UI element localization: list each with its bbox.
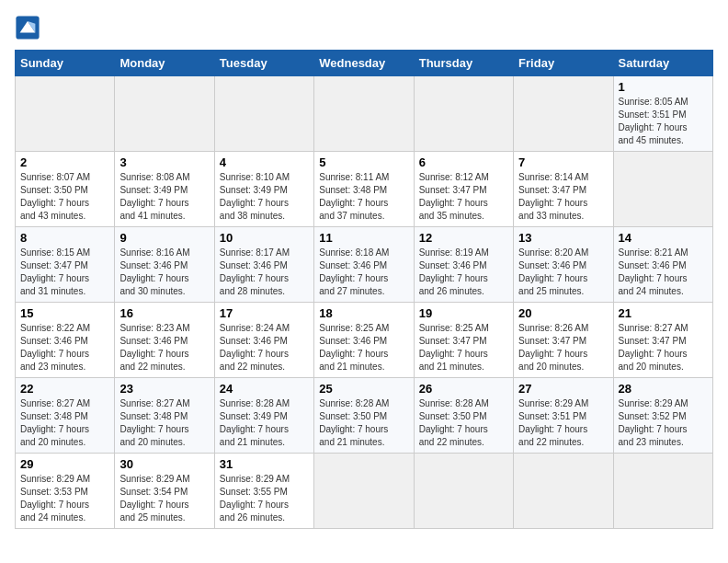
calendar-cell: 28Sunrise: 8:29 AM Sunset: 3:52 PM Dayli… (613, 378, 712, 454)
day-info: Sunrise: 8:22 AM Sunset: 3:46 PM Dayligh… (20, 322, 109, 373)
calendar-cell (314, 454, 414, 529)
calendar-cell: 15Sunrise: 8:22 AM Sunset: 3:46 PM Dayli… (16, 303, 115, 378)
calendar-cell: 25Sunrise: 8:28 AM Sunset: 3:50 PM Dayli… (314, 378, 414, 454)
day-number: 4 (220, 155, 309, 169)
col-header-thursday: Thursday (414, 51, 513, 76)
day-info: Sunrise: 8:27 AM Sunset: 3:47 PM Dayligh… (619, 322, 708, 373)
day-number: 2 (20, 155, 109, 169)
calendar-cell: 2Sunrise: 8:07 AM Sunset: 3:50 PM Daylig… (16, 152, 115, 227)
day-info: Sunrise: 8:15 AM Sunset: 3:47 PM Dayligh… (20, 247, 109, 298)
calendar-cell (115, 76, 214, 152)
day-info: Sunrise: 8:08 AM Sunset: 3:49 PM Dayligh… (119, 171, 209, 223)
day-number: 27 (518, 382, 608, 396)
day-info: Sunrise: 8:07 AM Sunset: 3:50 PM Dayligh… (20, 171, 109, 223)
day-number: 16 (119, 306, 209, 320)
day-number: 30 (119, 457, 209, 471)
day-info: Sunrise: 8:16 AM Sunset: 3:46 PM Dayligh… (119, 247, 209, 298)
col-header-wednesday: Wednesday (314, 51, 414, 76)
calendar-cell: 18Sunrise: 8:25 AM Sunset: 3:46 PM Dayli… (314, 303, 414, 378)
calendar-cell: 21Sunrise: 8:27 AM Sunset: 3:47 PM Dayli… (613, 303, 712, 378)
day-info: Sunrise: 8:29 AM Sunset: 3:53 PM Dayligh… (20, 473, 109, 524)
day-info: Sunrise: 8:11 AM Sunset: 3:48 PM Dayligh… (319, 171, 408, 223)
day-info: Sunrise: 8:28 AM Sunset: 3:50 PM Dayligh… (319, 397, 408, 449)
calendar-cell: 29Sunrise: 8:29 AM Sunset: 3:53 PM Dayli… (16, 454, 115, 529)
day-number: 6 (419, 155, 508, 169)
day-info: Sunrise: 8:19 AM Sunset: 3:46 PM Dayligh… (419, 247, 508, 298)
page-header (15, 15, 713, 40)
day-number: 21 (619, 306, 708, 320)
day-number: 14 (619, 231, 708, 245)
calendar-cell: 22Sunrise: 8:27 AM Sunset: 3:48 PM Dayli… (16, 378, 115, 454)
day-info: Sunrise: 8:18 AM Sunset: 3:46 PM Dayligh… (319, 247, 408, 298)
day-number: 26 (419, 382, 508, 396)
calendar-cell: 30Sunrise: 8:29 AM Sunset: 3:54 PM Dayli… (115, 454, 214, 529)
day-number: 15 (20, 306, 109, 320)
calendar-cell: 23Sunrise: 8:27 AM Sunset: 3:48 PM Dayli… (115, 378, 214, 454)
day-number: 11 (319, 231, 408, 245)
calendar-cell (414, 454, 513, 529)
day-number: 24 (220, 382, 309, 396)
day-number: 8 (20, 231, 109, 245)
day-info: Sunrise: 8:23 AM Sunset: 3:46 PM Dayligh… (119, 322, 209, 373)
day-number: 5 (319, 155, 408, 169)
logo (15, 15, 44, 40)
calendar-cell: 1Sunrise: 8:05 AM Sunset: 3:51 PM Daylig… (613, 76, 712, 152)
day-info: Sunrise: 8:24 AM Sunset: 3:46 PM Dayligh… (220, 322, 309, 373)
calendar-cell: 17Sunrise: 8:24 AM Sunset: 3:46 PM Dayli… (214, 303, 313, 378)
calendar-cell (16, 76, 115, 152)
calendar-cell: 24Sunrise: 8:28 AM Sunset: 3:49 PM Dayli… (214, 378, 313, 454)
calendar-cell: 7Sunrise: 8:14 AM Sunset: 3:47 PM Daylig… (514, 152, 613, 227)
calendar-cell: 31Sunrise: 8:29 AM Sunset: 3:55 PM Dayli… (214, 454, 313, 529)
calendar-cell: 16Sunrise: 8:23 AM Sunset: 3:46 PM Dayli… (115, 303, 214, 378)
day-number: 25 (319, 382, 408, 396)
day-info: Sunrise: 8:12 AM Sunset: 3:47 PM Dayligh… (419, 171, 508, 223)
calendar-cell (613, 454, 712, 529)
day-info: Sunrise: 8:28 AM Sunset: 3:50 PM Dayligh… (419, 397, 508, 449)
calendar-cell: 12Sunrise: 8:19 AM Sunset: 3:46 PM Dayli… (414, 227, 513, 303)
day-info: Sunrise: 8:20 AM Sunset: 3:46 PM Dayligh… (518, 247, 608, 298)
day-number: 18 (319, 306, 408, 320)
calendar-cell (514, 454, 613, 529)
calendar-cell: 19Sunrise: 8:25 AM Sunset: 3:47 PM Dayli… (414, 303, 513, 378)
col-header-monday: Monday (115, 51, 214, 76)
day-number: 9 (119, 231, 209, 245)
calendar-cell: 11Sunrise: 8:18 AM Sunset: 3:46 PM Dayli… (314, 227, 414, 303)
logo-icon (15, 15, 40, 40)
day-info: Sunrise: 8:27 AM Sunset: 3:48 PM Dayligh… (20, 397, 109, 449)
day-info: Sunrise: 8:17 AM Sunset: 3:46 PM Dayligh… (220, 247, 309, 298)
calendar-cell (414, 76, 513, 152)
day-number: 29 (20, 457, 109, 471)
day-number: 13 (518, 231, 608, 245)
day-info: Sunrise: 8:25 AM Sunset: 3:46 PM Dayligh… (319, 322, 408, 373)
calendar-cell: 20Sunrise: 8:26 AM Sunset: 3:47 PM Dayli… (514, 303, 613, 378)
col-header-saturday: Saturday (613, 51, 712, 76)
day-info: Sunrise: 8:29 AM Sunset: 3:51 PM Dayligh… (518, 397, 608, 449)
day-info: Sunrise: 8:29 AM Sunset: 3:52 PM Dayligh… (619, 397, 708, 449)
day-number: 23 (119, 382, 209, 396)
calendar-cell: 6Sunrise: 8:12 AM Sunset: 3:47 PM Daylig… (414, 152, 513, 227)
day-number: 20 (518, 306, 608, 320)
calendar-cell: 3Sunrise: 8:08 AM Sunset: 3:49 PM Daylig… (115, 152, 214, 227)
day-number: 31 (220, 457, 309, 471)
calendar-cell: 26Sunrise: 8:28 AM Sunset: 3:50 PM Dayli… (414, 378, 513, 454)
day-number: 19 (419, 306, 508, 320)
calendar-cell: 13Sunrise: 8:20 AM Sunset: 3:46 PM Dayli… (514, 227, 613, 303)
day-number: 12 (419, 231, 508, 245)
calendar-cell (613, 152, 712, 227)
day-info: Sunrise: 8:25 AM Sunset: 3:47 PM Dayligh… (419, 322, 508, 373)
day-info: Sunrise: 8:05 AM Sunset: 3:51 PM Dayligh… (619, 96, 708, 147)
day-info: Sunrise: 8:28 AM Sunset: 3:49 PM Dayligh… (220, 397, 309, 449)
calendar-table: SundayMondayTuesdayWednesdayThursdayFrid… (15, 50, 713, 529)
day-info: Sunrise: 8:26 AM Sunset: 3:47 PM Dayligh… (518, 322, 608, 373)
calendar-cell: 4Sunrise: 8:10 AM Sunset: 3:49 PM Daylig… (214, 152, 313, 227)
calendar-cell: 9Sunrise: 8:16 AM Sunset: 3:46 PM Daylig… (115, 227, 214, 303)
calendar-cell: 5Sunrise: 8:11 AM Sunset: 3:48 PM Daylig… (314, 152, 414, 227)
day-number: 10 (220, 231, 309, 245)
calendar-cell: 27Sunrise: 8:29 AM Sunset: 3:51 PM Dayli… (514, 378, 613, 454)
col-header-tuesday: Tuesday (214, 51, 313, 76)
col-header-sunday: Sunday (16, 51, 115, 76)
day-number: 22 (20, 382, 109, 396)
calendar-cell (514, 76, 613, 152)
calendar-cell (314, 76, 414, 152)
day-number: 17 (220, 306, 309, 320)
